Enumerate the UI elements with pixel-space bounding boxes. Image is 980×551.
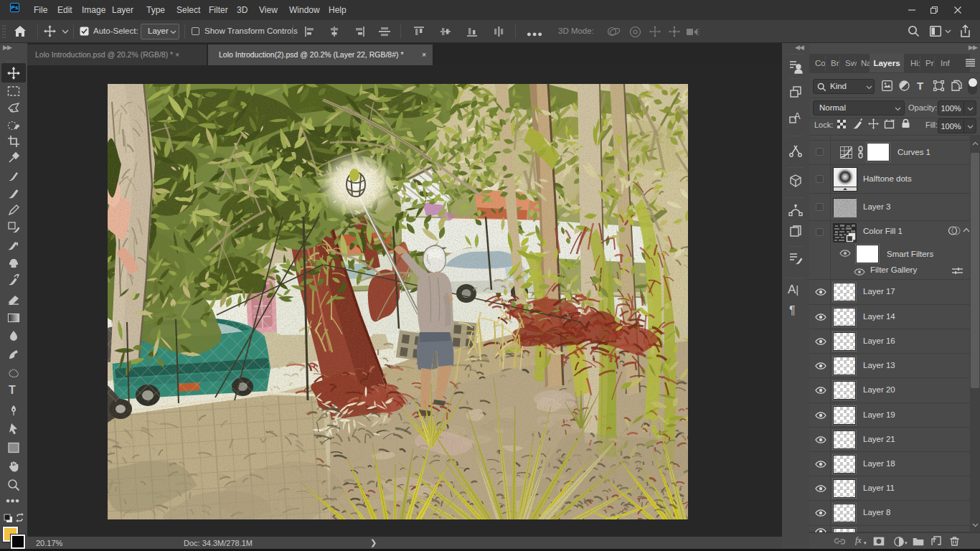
svg-text:A: A [794, 110, 801, 121]
